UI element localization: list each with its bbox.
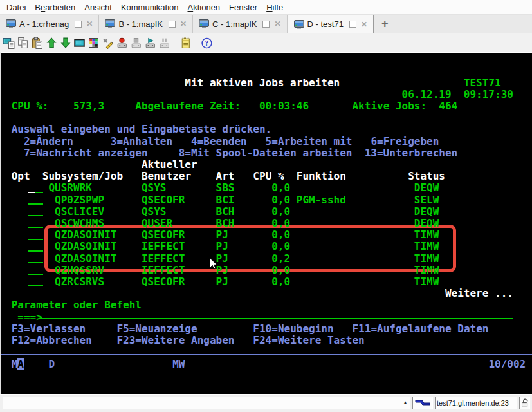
- screen-text: F5=Neuanzeige: [116, 323, 197, 335]
- screen-text: 6=Freigeben: [371, 135, 439, 147]
- screen-text: Auswahl eingeben und Eingabetaste drücke…: [12, 123, 272, 135]
- tab-c[interactable]: C - 1:mapIK✕: [193, 15, 287, 33]
- screen-row-10: QP0ZSPWP QSECOFR BCI 0,0 PGM-sshd SELW: [5, 194, 439, 206]
- stop-macro-button[interactable]: [129, 35, 143, 50]
- screen-text: D: [48, 358, 55, 370]
- menu-item-bearbeiten[interactable]: Bearbeiten: [30, 1, 80, 14]
- tab-restore-icon[interactable]: [169, 21, 176, 28]
- paste-icon: [31, 37, 43, 49]
- copy-button[interactable]: [16, 35, 30, 50]
- tab-close-icon[interactable]: ✕: [360, 20, 367, 29]
- opt-input-field[interactable]: [28, 250, 43, 252]
- screen-text: QSECOFR: [142, 276, 185, 288]
- notes-button[interactable]: [179, 35, 192, 50]
- tab-restore-icon[interactable]: [262, 21, 270, 28]
- screen-text: SBS: [216, 182, 235, 194]
- tab-restore-icon[interactable]: [75, 21, 82, 28]
- edit-keyboard-button[interactable]: [101, 35, 115, 50]
- copy-screen-icon: [3, 37, 15, 49]
- receive-file-button[interactable]: [59, 35, 72, 50]
- screen-text: 7=Nachricht anzeigen: [24, 147, 148, 159]
- send-file-icon: [45, 37, 57, 49]
- opt-input-field[interactable]: [28, 215, 43, 216]
- opt-input-field[interactable]: [28, 227, 43, 228]
- opt-input-field[interactable]: [28, 274, 43, 275]
- record-macro-button[interactable]: [115, 35, 129, 50]
- screen-text: QSCLICEV: [55, 205, 104, 218]
- tab-b[interactable]: B - 1:mapIK✕: [99, 15, 193, 33]
- screen-text: IEFFECT: [142, 264, 185, 276]
- screen-text: TIMW: [414, 264, 439, 276]
- color-map-icon: [87, 37, 100, 49]
- screen-text: A: [17, 358, 24, 370]
- screen-text: 8=Mit Spool-Dateien arbeiten: [179, 147, 353, 159]
- tab-a[interactable]: A - 1:crhenag✕: [0, 15, 99, 33]
- status-message-area: ▲: [3, 397, 410, 409]
- screen-text: QUSRWRK: [48, 182, 91, 194]
- security-status: [519, 397, 530, 409]
- menu-item-datei[interactable]: Datei: [2, 1, 30, 14]
- send-file-button[interactable]: [44, 35, 58, 50]
- record-macro-icon: [116, 37, 128, 49]
- new-session-button[interactable]: +: [374, 15, 396, 33]
- tab-restore-icon[interactable]: [349, 21, 356, 28]
- screen-row-4: Auswahl eingeben und Eingabetaste drücke…: [5, 124, 271, 135]
- screen-text: Weitere ...: [445, 287, 513, 299]
- display-session-button[interactable]: [73, 35, 86, 50]
- screen-text: 0,0: [271, 276, 290, 288]
- screen-text: QSECOFR: [142, 229, 185, 241]
- play-macro-icon: [144, 37, 156, 49]
- tab-close-icon[interactable]: ✕: [179, 19, 187, 28]
- screen-text: Funktion: [297, 170, 346, 182]
- tab-close-icon[interactable]: ✕: [85, 19, 93, 28]
- paste-button[interactable]: [30, 35, 44, 50]
- screen-text: QZDASOINIT: [55, 229, 116, 241]
- screen-text: QSYS: [142, 182, 167, 194]
- screen-row-1: 06.12.19 09:17:30: [5, 89, 513, 100]
- screen-text: F3=Verlassen: [12, 323, 86, 335]
- menu-item-ansicht[interactable]: Ansicht: [80, 1, 116, 14]
- opt-input-field[interactable]: [28, 203, 43, 205]
- screen-text: Art: [216, 170, 235, 182]
- status-bar: ▲ test71.gl.menten.de:23: [0, 394, 532, 412]
- screen-row-12: QSCWCHMS QUSER BCH 0,0 DEQW: [5, 218, 439, 229]
- session-monitor-icon: [6, 19, 16, 28]
- tab-d[interactable]: D - test71✕: [288, 15, 374, 33]
- screen-text: CPU %: [253, 170, 284, 182]
- screen-text: BCH: [216, 217, 235, 229]
- screen-text: 0,0: [271, 264, 290, 276]
- screen-text: 2=Ändern: [24, 135, 73, 147]
- menu-item-kommunikation[interactable]: Kommunikation: [116, 1, 183, 14]
- screen-text: TIMW: [414, 252, 439, 265]
- pause-macro-button[interactable]: [158, 35, 171, 50]
- opt-input-field[interactable]: [28, 239, 43, 240]
- copy-icon: [17, 37, 29, 49]
- screen-row-9: QUSRWRK QSYS SBS 0,0 DEQW: [5, 182, 439, 194]
- screen-row-14: QZDASOINIT IEFFECT PJ 0,0 TIMW: [5, 241, 439, 252]
- opt-input-field[interactable]: [28, 285, 43, 286]
- screen-row-13: QZDASOINIT QSECOFR PJ 0,0 TIMW: [5, 229, 439, 241]
- screen-text: Status: [408, 170, 445, 182]
- screen-text: F23=Weitere Angaben: [116, 334, 234, 346]
- terminal-screen[interactable]: Mit aktiven Jobs arbeiten TEST71 06.12.1…: [0, 52, 532, 394]
- command-input-field[interactable]: [39, 318, 513, 319]
- menu-item-hilfe[interactable]: Hilfe: [262, 1, 288, 14]
- screen-row-17: QZRCSRVS QSECOFR PJ 0,0 TIMW: [5, 276, 439, 288]
- color-map-button[interactable]: [87, 35, 100, 50]
- opt-input-field[interactable]: [28, 262, 43, 263]
- text-cursor: [28, 192, 35, 193]
- help-button[interactable]: ?: [200, 35, 214, 50]
- copy-screen-button[interactable]: [2, 35, 15, 50]
- tab-close-icon[interactable]: ✕: [273, 19, 280, 28]
- screen-text: 0,0: [271, 205, 290, 218]
- edit-keyboard-icon: [102, 37, 114, 49]
- screen-row-0: Mit aktiven Jobs arbeiten TEST71: [5, 77, 501, 89]
- screen-text: Abgelaufene Zeit:: [135, 100, 241, 112]
- screen-row-20: ===>: [5, 312, 42, 323]
- menu-item-aktionen[interactable]: Aktionen: [183, 1, 225, 14]
- opt-input-field[interactable]: [35, 192, 43, 193]
- play-macro-button[interactable]: [143, 35, 157, 50]
- oia-divider-line: [1, 354, 532, 355]
- message-popup-arrow-icon[interactable]: ▲: [403, 400, 408, 406]
- menu-item-fenster[interactable]: Fenster: [225, 1, 262, 14]
